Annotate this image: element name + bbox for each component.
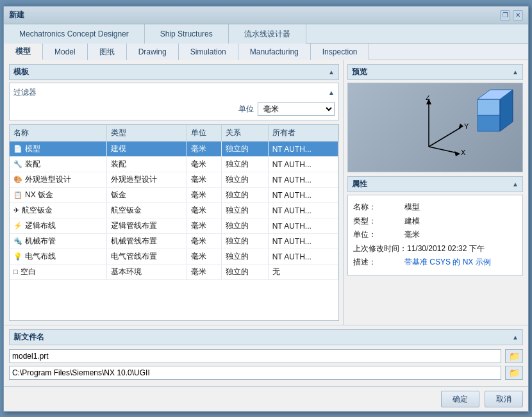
new-filename-title: 新文件名 <box>13 332 44 343</box>
subtab-model-cn[interactable]: 模型 <box>4 44 43 60</box>
filepath-browse-button[interactable]: 📁 <box>505 366 523 380</box>
table-row[interactable]: □空白 基本环境 毫米 独立的 无 <box>10 265 338 280</box>
cell-owner: NT AUTH... <box>268 188 338 203</box>
cell-name: 🎨外观造型设计 <box>10 172 106 188</box>
property-row: 单位：毫米 <box>353 228 517 242</box>
property-row: 上次修改时间：11/30/2012 02:32 下午 <box>353 242 517 256</box>
cell-unit: 毫米 <box>187 172 222 188</box>
close-button[interactable]: ✕ <box>513 10 523 20</box>
subtab-drawing-cn[interactable]: 图纸 <box>88 44 127 60</box>
templates-table[interactable]: 名称 类型 单位 关系 所有者 📄模型 建模 毫米 独立的 NT AUTH...… <box>9 124 339 321</box>
table-row[interactable]: 🔧装配 装配 毫米 独立的 NT AUTH... <box>10 157 338 172</box>
cancel-button[interactable]: 取消 <box>485 391 523 407</box>
cell-owner: NT AUTH... <box>268 234 338 249</box>
table-row[interactable]: 💡电气布线 电气管线布置 毫米 独立的 NT AUTH... <box>10 249 338 265</box>
cell-unit: 毫米 <box>187 157 222 172</box>
preview-collapse-icon: ▲ <box>512 69 519 76</box>
table-row[interactable]: 🔩机械布管 机械管线布置 毫米 独立的 NT AUTH... <box>10 234 338 249</box>
svg-text:X: X <box>461 149 466 156</box>
tab-flow[interactable]: 流水线设计器 <box>229 24 306 44</box>
cell-type: 电气管线布置 <box>106 249 187 265</box>
subtab-simulation[interactable]: Simulation <box>179 44 238 60</box>
window-controls: ❐ ✕ <box>500 10 523 20</box>
cell-unit: 毫米 <box>187 265 222 280</box>
table-row[interactable]: 📄模型 建模 毫米 独立的 NT AUTH... <box>10 142 338 157</box>
cell-owner: 无 <box>268 265 338 280</box>
filename-browse-button[interactable]: 📁 <box>505 349 523 363</box>
cell-owner: NT AUTH... <box>268 157 338 172</box>
cell-relation: 独立的 <box>222 265 268 280</box>
cell-owner: NT AUTH... <box>268 218 338 234</box>
col-name: 名称 <box>10 125 106 142</box>
svg-marker-4 <box>458 124 463 129</box>
cell-owner: NT AUTH... <box>268 172 338 188</box>
cell-relation: 独立的 <box>222 188 268 203</box>
cell-owner: NT AUTH... <box>268 203 338 218</box>
properties-title: 属性 <box>352 179 367 190</box>
cell-relation: 独立的 <box>222 249 268 265</box>
filter-collapse-icon: ▲ <box>328 89 335 96</box>
right-panel: 预览 ▲ Z Y <box>344 60 528 325</box>
cell-type: 装配 <box>106 157 187 172</box>
filepath-input[interactable] <box>9 366 501 380</box>
table-row[interactable]: 📋NX 钣金 钣金 毫米 独立的 NT AUTH... <box>10 188 338 203</box>
preview-section-header[interactable]: 预览 ▲ <box>347 64 523 80</box>
cell-type: 机械管线布置 <box>106 234 187 249</box>
templates-table-inner: 名称 类型 单位 关系 所有者 📄模型 建模 毫米 独立的 NT AUTH...… <box>10 125 338 280</box>
subtab-inspection[interactable]: Inspection <box>311 44 370 60</box>
cell-relation: 独立的 <box>222 203 268 218</box>
properties-content: 名称：模型类型：建模单位：毫米上次修改时间：11/30/2012 02:32 下… <box>347 195 523 275</box>
cell-type: 外观造型设计 <box>106 172 187 188</box>
subtab-manufacturing[interactable]: Manufacturing <box>238 44 311 60</box>
cell-unit: 毫米 <box>187 203 222 218</box>
table-row[interactable]: ✈航空钣金 航空钣金 毫米 独立的 NT AUTH... <box>10 203 338 218</box>
col-type: 类型 <box>106 125 187 142</box>
cell-name: 📋NX 钣金 <box>10 188 106 203</box>
prop-value-link[interactable]: 带基准 CSYS 的 NX 示例 <box>404 256 491 270</box>
prop-label: 单位： <box>353 228 404 242</box>
new-filename-collapse-icon: ▲ <box>512 334 519 341</box>
cell-unit: 毫米 <box>187 142 222 157</box>
prop-value: 模型 <box>404 200 420 215</box>
svg-marker-10 <box>478 99 500 115</box>
axes-diagram: Z Y X <box>397 95 474 159</box>
cell-name: □空白 <box>10 265 106 280</box>
properties-section-header[interactable]: 属性 ▲ <box>347 176 523 192</box>
properties-collapse-icon: ▲ <box>512 181 519 188</box>
filter-header: 过滤器 ▲ <box>13 87 335 98</box>
left-panel: 模板 ▲ 过滤器 ▲ 单位 毫米 英寸 米 <box>4 60 344 325</box>
preview-section: 预览 ▲ Z Y <box>347 64 523 172</box>
unit-label: 单位 <box>238 104 254 115</box>
table-row[interactable]: ⚡逻辑布线 逻辑管线布置 毫米 独立的 NT AUTH... <box>10 218 338 234</box>
col-owner: 所有者 <box>268 125 338 142</box>
confirm-button[interactable]: 确定 <box>441 391 479 407</box>
property-row: 类型：建模 <box>353 215 517 229</box>
filter-label: 过滤器 <box>13 87 37 98</box>
cell-name: 💡电气布线 <box>10 249 106 265</box>
tab-ship[interactable]: Ship Structures <box>145 24 229 44</box>
cell-owner: NT AUTH... <box>268 142 338 157</box>
svg-marker-9 <box>478 115 500 131</box>
cell-unit: 毫米 <box>187 188 222 203</box>
templates-collapse-icon: ▲ <box>328 69 335 76</box>
bottom-area: 新文件名 ▲ 📁 📁 确定 取消 <box>4 325 528 411</box>
table-body: 📄模型 建模 毫米 独立的 NT AUTH... 🔧装配 装配 毫米 独立的 N… <box>10 142 338 280</box>
new-filename-header[interactable]: 新文件名 ▲ <box>9 329 523 345</box>
cell-name: 🔧装配 <box>10 157 106 172</box>
sub-tabs: 模型 Model 图纸 Drawing Simulation Manufactu… <box>4 44 528 60</box>
action-buttons: 确定 取消 <box>4 386 528 411</box>
templates-section-header[interactable]: 模板 ▲ <box>9 64 339 80</box>
cell-relation: 独立的 <box>222 142 268 157</box>
filter-unit-row: 单位 毫米 英寸 米 <box>13 102 335 116</box>
tab-mechatronics[interactable]: Mechatronics Concept Designer <box>4 24 145 44</box>
svg-text:Z: Z <box>426 95 430 101</box>
subtab-model-en[interactable]: Model <box>43 44 88 60</box>
svg-line-3 <box>429 127 461 147</box>
templates-title: 模板 <box>13 67 29 78</box>
table-row[interactable]: 🎨外观造型设计 外观造型设计 毫米 独立的 NT AUTH... <box>10 172 338 188</box>
filename-input[interactable] <box>9 349 501 363</box>
cell-type: 航空钣金 <box>106 203 187 218</box>
subtab-drawing-en[interactable]: Drawing <box>127 44 179 60</box>
restore-button[interactable]: ❐ <box>500 10 510 20</box>
unit-select[interactable]: 毫米 英寸 米 <box>258 102 335 116</box>
